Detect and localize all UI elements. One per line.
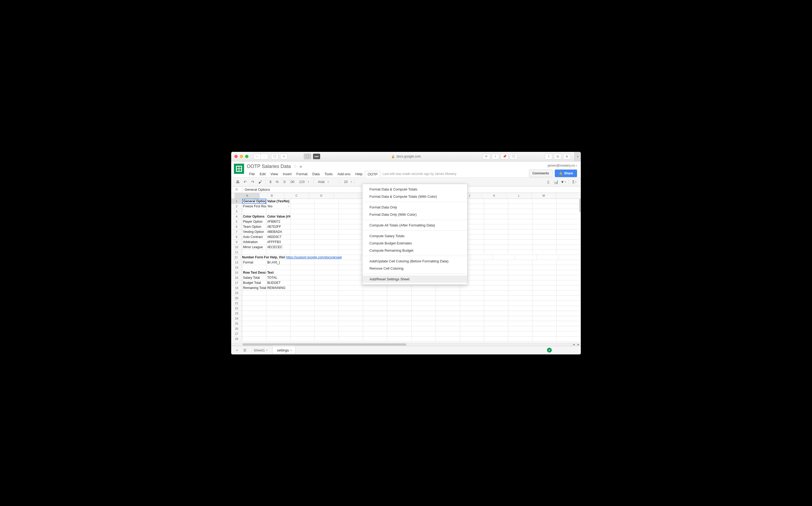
cell[interactable]: Value (Yes/No): [267, 199, 291, 204]
tabs-icon[interactable]: ⧉: [554, 154, 562, 159]
menu-format[interactable]: Format: [294, 171, 310, 178]
cell[interactable]: [508, 296, 532, 301]
cell[interactable]: [291, 224, 315, 229]
cell[interactable]: [291, 214, 315, 219]
cell[interactable]: [363, 296, 387, 301]
menu-item[interactable]: Format Data & Compute Totals: [363, 186, 467, 193]
cell[interactable]: [460, 311, 484, 316]
cell[interactable]: [436, 306, 460, 311]
cell[interactable]: [484, 331, 508, 336]
cell[interactable]: [242, 306, 267, 311]
cell[interactable]: General Options: [242, 199, 267, 204]
cell[interactable]: [339, 326, 363, 331]
cell[interactable]: [460, 321, 484, 326]
cell[interactable]: [315, 280, 339, 285]
cell[interactable]: [315, 321, 339, 326]
cell[interactable]: [242, 290, 267, 296]
cell[interactable]: [267, 311, 291, 316]
cell[interactable]: [532, 250, 557, 255]
cell[interactable]: [484, 219, 508, 224]
cell[interactable]: [484, 311, 508, 316]
cell[interactable]: [532, 260, 557, 265]
cell[interactable]: [508, 301, 532, 306]
cell[interactable]: [315, 199, 339, 204]
cell[interactable]: [557, 209, 581, 214]
cell[interactable]: [436, 321, 460, 326]
row-header[interactable]: 19: [231, 290, 242, 296]
cell[interactable]: [339, 204, 363, 209]
cell[interactable]: #FB8072: [267, 219, 291, 224]
scroll-right-icon[interactable]: ▶: [576, 343, 581, 346]
cell[interactable]: [412, 285, 436, 290]
cell[interactable]: [484, 229, 508, 235]
cell[interactable]: [557, 214, 581, 219]
cell[interactable]: [557, 235, 581, 240]
cell[interactable]: [508, 250, 532, 255]
row-header[interactable]: 24: [231, 316, 242, 321]
cell[interactable]: [557, 296, 581, 301]
cell[interactable]: For Help, Visit:: [263, 255, 285, 260]
cell[interactable]: [559, 255, 581, 260]
cell[interactable]: [291, 296, 315, 301]
cell[interactable]: REMAINING: [267, 285, 291, 290]
cell[interactable]: Vesting Option: [242, 229, 267, 235]
cell[interactable]: [291, 265, 315, 270]
add-sheet-button[interactable]: ＋: [233, 347, 240, 354]
cell[interactable]: [508, 240, 532, 245]
cell[interactable]: [460, 296, 484, 301]
folder-icon[interactable]: ■: [300, 164, 302, 169]
cell[interactable]: [315, 316, 339, 321]
cell[interactable]: [387, 290, 412, 296]
cell[interactable]: [267, 296, 291, 301]
cell[interactable]: [460, 331, 484, 336]
cell[interactable]: [557, 224, 581, 229]
cell[interactable]: [291, 250, 315, 255]
cell[interactable]: [315, 285, 339, 290]
row-header[interactable]: 16: [231, 275, 242, 280]
cell[interactable]: [339, 306, 363, 311]
cell[interactable]: [532, 296, 557, 301]
chart2-icon[interactable]: 📊: [552, 179, 559, 185]
paint-format-icon[interactable]: 🖌: [257, 179, 264, 185]
doc-title[interactable]: OOTP Salaries Data: [247, 164, 291, 169]
cell[interactable]: [267, 316, 291, 321]
cell[interactable]: TOTAL: [267, 275, 291, 280]
cell[interactable]: [532, 270, 557, 275]
number-format-select[interactable]: 123▾: [297, 180, 311, 184]
row-header[interactable]: 27: [231, 331, 242, 336]
col-header-blank[interactable]: [334, 193, 359, 198]
cell[interactable]: [291, 260, 315, 265]
cell[interactable]: [508, 245, 532, 250]
cell[interactable]: [460, 326, 484, 331]
cell[interactable]: [339, 245, 363, 250]
cell[interactable]: [291, 331, 315, 336]
col-header-A[interactable]: A: [235, 193, 260, 198]
cell[interactable]: [315, 301, 339, 306]
cell[interactable]: [412, 326, 436, 331]
col-header-M[interactable]: M: [531, 193, 556, 198]
minimize-window-icon[interactable]: [240, 155, 243, 158]
cell[interactable]: [484, 245, 508, 250]
row-header[interactable]: 2: [231, 204, 242, 209]
row-header[interactable]: 22: [231, 306, 242, 311]
cell[interactable]: [412, 316, 436, 321]
horizontal-scrollbar[interactable]: ◀ ▶: [231, 343, 581, 346]
cell[interactable]: [315, 229, 339, 235]
cell[interactable]: [291, 311, 315, 316]
cell[interactable]: [508, 285, 532, 290]
cell[interactable]: [508, 265, 532, 270]
cell[interactable]: [242, 336, 267, 342]
cell[interactable]: [339, 316, 363, 321]
row-header[interactable]: 17: [231, 280, 242, 285]
cell[interactable]: [363, 321, 387, 326]
caret-down-icon[interactable]: ▾: [291, 349, 292, 351]
cell[interactable]: [532, 240, 557, 245]
cell[interactable]: [363, 336, 387, 342]
cell[interactable]: [412, 336, 436, 342]
cell[interactable]: Yes: [267, 204, 291, 209]
cell[interactable]: [436, 290, 460, 296]
cell[interactable]: [315, 224, 339, 229]
cell[interactable]: [557, 240, 581, 245]
new-tab-button[interactable]: +: [574, 152, 581, 162]
cell[interactable]: [291, 280, 315, 285]
